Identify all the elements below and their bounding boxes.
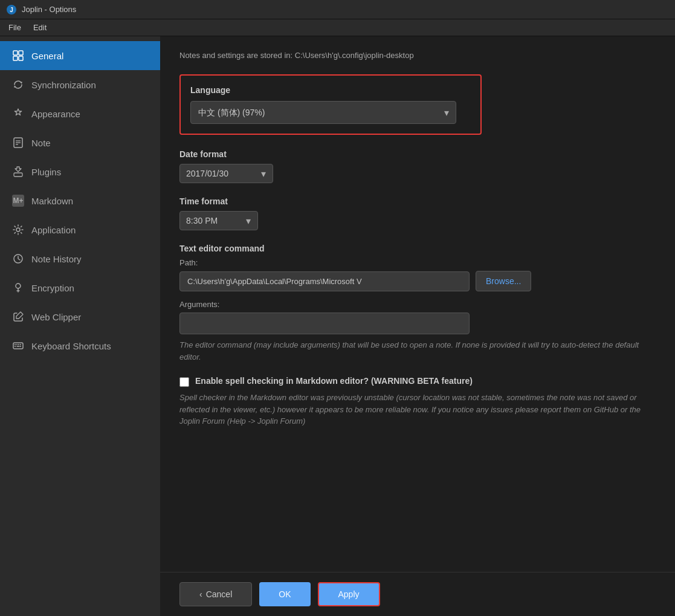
sidebar-item-web-clipper-label: Web Clipper xyxy=(31,312,81,322)
path-row: Browse... xyxy=(179,271,656,291)
app-icon: J xyxy=(6,4,17,15)
time-format-select[interactable]: 8:30 PM 20:30 8:30 AM xyxy=(179,211,258,230)
editor-help-text: The editor command (may include argument… xyxy=(179,339,656,363)
sidebar-item-markdown[interactable]: M+ Markdown xyxy=(0,186,160,215)
date-format-label: Date format xyxy=(179,149,656,159)
sidebar-item-web-clipper[interactable]: Web Clipper xyxy=(0,302,160,331)
sidebar-item-note-history-label: Note History xyxy=(31,254,82,264)
svg-rect-2 xyxy=(13,51,18,55)
svg-rect-10 xyxy=(14,173,22,177)
encryption-icon xyxy=(12,282,24,294)
language-section: Language 中文 (简体) (97%) English Français … xyxy=(179,74,482,135)
titlebar: J Joplin - Options xyxy=(0,0,675,19)
sidebar-item-synchronization[interactable]: Synchronization xyxy=(0,70,160,99)
svg-rect-3 xyxy=(19,51,23,55)
path-label: Path: xyxy=(179,258,656,267)
sidebar-item-encryption[interactable]: Encryption xyxy=(0,273,160,302)
apply-button[interactable]: Apply xyxy=(318,582,380,606)
sidebar-item-general-label: General xyxy=(31,51,63,61)
footer: ‹ Cancel OK Apply xyxy=(160,572,675,616)
time-format-label: Time format xyxy=(179,196,656,206)
sidebar-item-note-label: Note xyxy=(31,138,51,148)
svg-text:J: J xyxy=(10,7,13,13)
args-input[interactable] xyxy=(179,313,470,334)
sidebar-item-application[interactable]: Application xyxy=(0,215,160,244)
sidebar-item-markdown-label: Markdown xyxy=(31,196,73,206)
sidebar-item-keyboard-shortcuts[interactable]: Keyboard Shortcuts xyxy=(0,331,160,360)
sidebar-item-plugins[interactable]: Plugins xyxy=(0,157,160,186)
sidebar-item-appearance[interactable]: Appearance xyxy=(0,99,160,128)
sidebar-item-appearance-label: Appearance xyxy=(31,109,80,119)
sync-icon xyxy=(12,79,24,91)
sidebar-item-encryption-label: Encryption xyxy=(31,283,74,293)
svg-rect-4 xyxy=(13,56,18,60)
note-icon xyxy=(12,137,24,149)
content-area: Notes and settings are stored in: C:\Use… xyxy=(160,36,675,616)
storage-path: Notes and settings are stored in: C:\Use… xyxy=(179,51,656,60)
date-format-select[interactable]: 2017/01/30 01/30/2017 30/01/2017 Jan 30 … xyxy=(179,164,273,183)
content-scroll: Notes and settings are stored in: C:\Use… xyxy=(160,36,675,572)
sidebar: General Synchronization Appearance xyxy=(0,36,160,616)
date-format-group: Date format 2017/01/30 01/30/2017 30/01/… xyxy=(179,149,656,183)
date-format-wrapper: 2017/01/30 01/30/2017 30/01/2017 Jan 30 … xyxy=(179,164,273,183)
appearance-icon xyxy=(12,108,24,120)
main-layout: General Synchronization Appearance xyxy=(0,36,675,616)
plugins-icon xyxy=(12,166,24,178)
text-editor-label: Text editor command xyxy=(179,244,656,253)
ok-button[interactable]: OK xyxy=(259,582,310,606)
text-editor-group: Text editor command Path: Browse... Argu… xyxy=(179,244,656,363)
spell-check-group: Enable spell checking in Markdown editor… xyxy=(179,376,656,427)
time-format-group: Time format 8:30 PM 20:30 8:30 AM xyxy=(179,196,656,230)
note-history-icon xyxy=(12,253,24,265)
spell-check-label[interactable]: Enable spell checking in Markdown editor… xyxy=(195,376,473,386)
spell-check-row: Enable spell checking in Markdown editor… xyxy=(179,376,656,387)
sidebar-item-plugins-label: Plugins xyxy=(31,167,61,177)
general-icon xyxy=(12,50,24,62)
sidebar-item-application-label: Application xyxy=(31,225,76,235)
sidebar-item-sync-label: Synchronization xyxy=(31,80,96,90)
svg-rect-5 xyxy=(19,56,23,60)
svg-rect-14 xyxy=(13,343,23,349)
chevron-left-icon: ‹ xyxy=(199,589,202,599)
web-clipper-icon xyxy=(12,311,24,323)
titlebar-title: Joplin - Options xyxy=(22,5,76,14)
language-select[interactable]: 中文 (简体) (97%) English Français Deutsch 日… xyxy=(190,101,456,124)
args-label: Arguments: xyxy=(179,300,656,309)
sidebar-item-keyboard-shortcuts-label: Keyboard Shortcuts xyxy=(31,341,111,351)
svg-point-13 xyxy=(16,284,21,288)
menu-edit[interactable]: Edit xyxy=(28,21,51,34)
time-format-wrapper: 8:30 PM 20:30 8:30 AM xyxy=(179,211,258,230)
menubar: File Edit xyxy=(0,19,675,36)
sidebar-item-note-history[interactable]: Note History xyxy=(0,244,160,273)
path-input[interactable] xyxy=(179,271,470,291)
sidebar-item-general[interactable]: General xyxy=(0,41,160,70)
application-icon xyxy=(12,224,24,236)
spell-check-description: Spell checker in the Markdown editor was… xyxy=(179,392,656,427)
svg-point-11 xyxy=(16,228,20,232)
cancel-button[interactable]: ‹ Cancel xyxy=(179,582,252,606)
language-label: Language xyxy=(190,85,471,95)
spell-check-checkbox[interactable] xyxy=(179,377,189,387)
browse-button[interactable]: Browse... xyxy=(476,271,531,291)
markdown-icon: M+ xyxy=(12,195,24,207)
language-select-wrapper: 中文 (简体) (97%) English Français Deutsch 日… xyxy=(190,101,456,124)
sidebar-item-note[interactable]: Note xyxy=(0,128,160,157)
menu-file[interactable]: File xyxy=(4,21,26,34)
cancel-label: Cancel xyxy=(206,589,233,599)
keyboard-icon xyxy=(12,340,24,352)
